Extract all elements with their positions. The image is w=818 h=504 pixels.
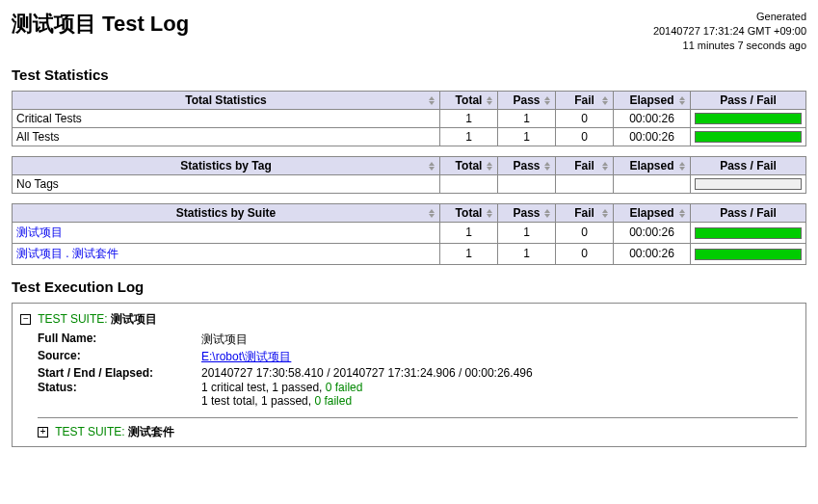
stat-fail: 0 <box>556 109 614 127</box>
col-pass[interactable]: Pass <box>498 156 556 174</box>
sort-icon <box>544 96 552 105</box>
pass-bar-icon <box>695 113 802 124</box>
generated-label: Generated <box>653 10 806 24</box>
test-statistics-heading: Test Statistics <box>12 66 806 83</box>
stat-pass: 1 <box>498 243 556 264</box>
suite-label: TEST SUITE: <box>55 425 124 438</box>
table-row: 测试项目 . 测试套件 1 1 0 00:00:26 <box>13 243 806 264</box>
stat-fail: 0 <box>556 243 614 264</box>
stat-pass: 1 <box>498 222 556 243</box>
suite-link[interactable]: 测试项目 <box>16 225 63 239</box>
col-total-statistics[interactable]: Total Statistics <box>13 91 440 109</box>
col-pass[interactable]: Pass <box>498 203 556 222</box>
sort-icon <box>487 209 494 218</box>
stat-fail: 0 <box>556 222 614 243</box>
stat-passfail-bar <box>691 222 806 243</box>
nested-suite-node: + TEST SUITE: 测试套件 <box>38 417 798 440</box>
stat-name: 测试项目 . 测试套件 <box>13 243 440 264</box>
suite-link[interactable]: 测试项目 . 测试套件 <box>16 247 119 260</box>
stat-passfail-bar <box>691 243 806 264</box>
status-line1a: 1 critical test, 1 passed, <box>201 381 326 394</box>
total-statistics-table: Total Statistics Total Pass Fail Elapsed… <box>12 91 806 146</box>
status-key: Status: <box>38 381 201 408</box>
expand-icon[interactable]: + <box>38 427 48 438</box>
page-title: 测试项目 Test Log <box>12 10 189 39</box>
stat-elapsed: 00:00:26 <box>614 222 691 243</box>
suite-node: − TEST SUITE: 测试项目 <box>20 311 798 328</box>
col-by-suite[interactable]: Statistics by Suite <box>13 203 440 222</box>
suite-details: Full Name: 测试项目 Source: E:\robot\测试项目 St… <box>38 332 798 408</box>
col-by-tag[interactable]: Statistics by Tag <box>13 156 440 174</box>
col-total[interactable]: Total <box>440 203 498 222</box>
sort-icon <box>679 209 687 218</box>
col-total[interactable]: Total <box>440 156 498 174</box>
sort-icon <box>602 96 610 105</box>
start-end-elapsed-key: Start / End / Elapsed: <box>38 366 201 380</box>
sort-icon <box>487 162 494 171</box>
stat-passfail-bar <box>691 174 806 193</box>
sort-icon <box>679 162 687 171</box>
pass-bar-icon <box>695 178 802 190</box>
status-line1-failed: 0 failed <box>326 381 363 394</box>
test-execution-log-heading: Test Execution Log <box>12 279 806 295</box>
sort-icon <box>429 96 436 105</box>
col-elapsed[interactable]: Elapsed <box>614 156 691 174</box>
col-fail[interactable]: Fail <box>556 203 614 222</box>
full-name-value: 测试项目 <box>201 332 798 348</box>
stat-name: 测试项目 <box>13 222 440 243</box>
stat-fail <box>556 174 614 193</box>
col-elapsed[interactable]: Elapsed <box>614 91 691 109</box>
table-row: All Tests 1 1 0 00:00:26 <box>13 127 806 146</box>
pass-bar-icon <box>695 227 802 239</box>
stat-elapsed: 00:00:26 <box>614 243 691 264</box>
sort-icon <box>429 209 436 218</box>
stat-total: 1 <box>440 243 498 264</box>
stat-total <box>440 174 498 193</box>
stat-pass <box>498 174 556 193</box>
table-row: 测试项目 1 1 0 00:00:26 <box>13 222 806 243</box>
stat-elapsed: 00:00:26 <box>614 127 691 146</box>
tag-statistics-table: Statistics by Tag Total Pass Fail Elapse… <box>12 156 806 194</box>
sort-icon <box>679 96 687 105</box>
suite-statistics-table: Statistics by Suite Total Pass Fail Elap… <box>12 203 806 265</box>
status-value: 1 critical test, 1 passed, 0 failed 1 te… <box>201 381 798 408</box>
source-key: Source: <box>38 349 201 365</box>
col-fail[interactable]: Fail <box>556 91 614 109</box>
col-passfail: Pass / Fail <box>691 91 806 109</box>
suite-name[interactable]: 测试项目 <box>111 312 157 326</box>
stat-total: 1 <box>440 222 498 243</box>
col-pass[interactable]: Pass <box>498 91 556 109</box>
table-row: No Tags <box>13 174 806 193</box>
stat-name: Critical Tests <box>13 109 440 127</box>
full-name-key: Full Name: <box>38 332 201 348</box>
stat-passfail-bar <box>691 109 806 127</box>
stat-total: 1 <box>440 109 498 127</box>
generated-time: 20140727 17:31:24 GMT +09:00 <box>653 24 806 39</box>
pass-bar-icon <box>695 131 802 143</box>
execution-log-box: − TEST SUITE: 测试项目 Full Name: 测试项目 Sourc… <box>12 303 806 447</box>
status-line2-failed: 0 failed <box>314 394 352 408</box>
col-elapsed[interactable]: Elapsed <box>614 203 691 222</box>
stat-name: All Tests <box>13 127 440 146</box>
pass-bar-icon <box>695 249 802 260</box>
stat-elapsed <box>614 174 691 193</box>
start-end-elapsed-value: 20140727 17:30:58.410 / 20140727 17:31:2… <box>201 366 798 380</box>
stat-name: No Tags <box>13 174 440 193</box>
collapse-icon[interactable]: − <box>20 314 31 325</box>
col-total[interactable]: Total <box>440 91 498 109</box>
stat-elapsed: 00:00:26 <box>614 109 691 127</box>
sort-icon <box>602 209 610 218</box>
stat-fail: 0 <box>556 127 614 146</box>
stat-pass: 1 <box>498 109 556 127</box>
generated-info: Generated 20140727 17:31:24 GMT +09:00 1… <box>653 10 806 53</box>
sort-icon <box>487 96 494 105</box>
table-row: Critical Tests 1 1 0 00:00:26 <box>13 109 806 127</box>
col-fail[interactable]: Fail <box>556 156 614 174</box>
stat-passfail-bar <box>691 127 806 146</box>
suite-name[interactable]: 测试套件 <box>128 425 174 438</box>
status-line2a: 1 test total, 1 passed, <box>201 394 314 408</box>
source-link[interactable]: E:\robot\测试项目 <box>201 350 291 363</box>
generated-ago: 11 minutes 7 seconds ago <box>653 39 806 53</box>
sort-icon <box>544 162 552 171</box>
col-passfail: Pass / Fail <box>691 156 806 174</box>
